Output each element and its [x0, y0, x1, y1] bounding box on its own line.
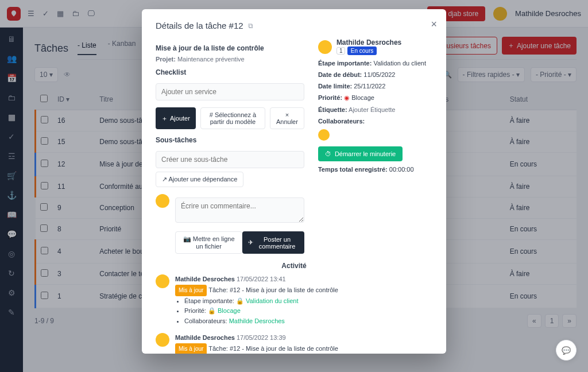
dependency-button[interactable]: ↗ Ajouter une dépendance: [156, 172, 243, 187]
avatar: [318, 129, 330, 141]
assignee-name: Mathilde Desroches: [336, 38, 401, 46]
task-subtitle: Mise à jour de la liste de contrôle: [156, 44, 304, 52]
avatar: [156, 274, 169, 288]
activity-heading: Activité: [156, 262, 432, 270]
checklist-input[interactable]: [156, 83, 304, 100]
modal-title: Détails de la tâche #12: [156, 21, 243, 30]
avatar: [156, 194, 169, 208]
template-button[interactable]: # Sélectionnez à partir du modèle: [200, 107, 265, 129]
external-link-icon[interactable]: ⧉: [248, 22, 253, 30]
plus-icon: ＋: [161, 114, 168, 123]
subtask-input[interactable]: [156, 151, 304, 168]
avatar: [318, 40, 332, 54]
close-icon[interactable]: ×: [431, 18, 437, 30]
checklist-heading: Checklist: [156, 68, 304, 76]
modal-overlay: × Détails de la tâche #12 ⧉ Mise à jour …: [0, 0, 588, 372]
chat-fab[interactable]: 💬: [556, 340, 577, 361]
upload-file-button[interactable]: 📷 Mettre en ligne un fichier: [175, 231, 242, 254]
clock-icon: ⏱: [325, 150, 331, 157]
avatar: [156, 333, 169, 347]
start-timer-button[interactable]: ⏱Démarrer le minuterie: [318, 146, 403, 161]
comment-input[interactable]: [175, 197, 304, 223]
activity-item: Mathilde Desroches 17/05/2022 13:41 Mis …: [156, 274, 432, 326]
checklist-add-button[interactable]: ＋Ajouter: [156, 107, 196, 129]
status-badge: En cours: [347, 46, 377, 55]
checklist-cancel-button[interactable]: × Annuler: [270, 107, 304, 129]
task-detail-modal: × Détails de la tâche #12 ⧉ Mise à jour …: [142, 9, 446, 354]
subtasks-heading: Sous-tâches: [156, 136, 304, 144]
activity-item: Mathilde Desroches 17/05/2022 13:39 Mis …: [156, 333, 432, 354]
post-comment-button[interactable]: ✈ Poster un commentaire: [242, 231, 304, 254]
chat-icon: 💬: [562, 346, 571, 355]
